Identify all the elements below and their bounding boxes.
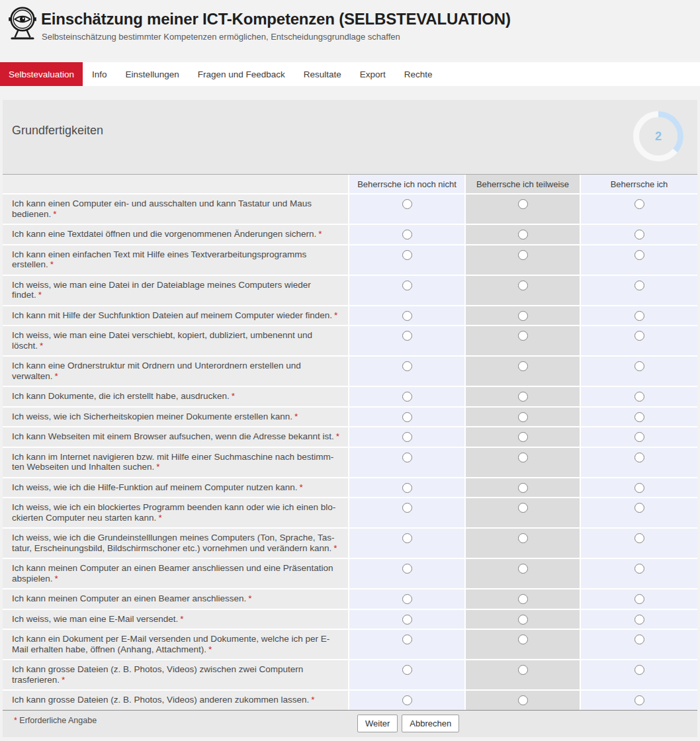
radio-option-2[interactable]	[518, 453, 528, 462]
radio-option-1[interactable]	[402, 453, 412, 462]
question-cell: Ich kann meinen Computer an einen Beamer…	[3, 589, 348, 609]
radio-option-1[interactable]	[402, 392, 412, 402]
radio-option-3[interactable]	[634, 361, 644, 371]
radio-option-3[interactable]	[634, 250, 644, 260]
tab-einstellungen[interactable]: Einstellungen	[116, 62, 189, 86]
answer-cell	[466, 306, 580, 326]
answer-cell	[466, 276, 580, 305]
tab-rechte[interactable]: Rechte	[395, 62, 442, 86]
radio-option-1[interactable]	[402, 412, 412, 422]
radio-option-2[interactable]	[518, 432, 528, 442]
radio-option-3[interactable]	[634, 432, 644, 442]
question-cell: Ich kann ein Dokument per E-Mail versend…	[3, 630, 348, 659]
radio-option-2[interactable]	[518, 615, 528, 625]
question-cell: Ich weiss, wie man eine Datei in der Dat…	[3, 276, 348, 305]
question-cell: Ich kann meinen Computer an einen Beamer…	[3, 559, 348, 588]
tab-info[interactable]: Info	[83, 62, 116, 86]
question-text: Ich weiss, wie man eine Datei verschiebt…	[12, 330, 312, 351]
tab-resultate[interactable]: Resultate	[294, 62, 351, 86]
radio-option-3[interactable]	[634, 594, 644, 604]
radio-option-1[interactable]	[402, 483, 412, 493]
progress-ring: 2	[631, 109, 686, 164]
radio-option-1[interactable]	[402, 634, 412, 644]
radio-option-2[interactable]	[518, 412, 528, 422]
radio-option-1[interactable]	[402, 615, 412, 625]
answer-cell	[466, 357, 580, 386]
question-text: Ich weiss, wie man eine E-Mail versendet…	[12, 614, 178, 624]
radio-option-3[interactable]	[634, 564, 644, 574]
radio-option-3[interactable]	[634, 634, 644, 644]
answer-cell	[349, 630, 464, 659]
radio-option-3[interactable]	[634, 615, 644, 625]
radio-option-3[interactable]	[634, 331, 644, 341]
radio-option-2[interactable]	[518, 392, 528, 402]
radio-option-3[interactable]	[634, 453, 644, 462]
answer-cell	[349, 427, 464, 447]
radio-option-2[interactable]	[518, 250, 528, 260]
answer-cell	[581, 326, 697, 355]
page-title: Einschätzung meiner ICT-Kompetenzen (SEL…	[41, 10, 511, 28]
radio-option-1[interactable]	[402, 331, 412, 341]
weiter-button[interactable]: Weiter	[357, 715, 398, 732]
radio-option-3[interactable]	[634, 695, 644, 705]
answer-cell	[466, 225, 580, 244]
radio-option-3[interactable]	[634, 483, 644, 493]
radio-option-3[interactable]	[634, 199, 644, 209]
radio-option-3[interactable]	[634, 503, 644, 513]
radio-option-3[interactable]	[634, 412, 644, 422]
answer-cell	[349, 408, 464, 427]
question-cell: Ich kann einen einfachen Text mit Hilfe …	[3, 245, 348, 275]
tab-export[interactable]: Export	[351, 62, 395, 86]
answer-cell	[349, 691, 464, 710]
question-cell: Ich kann grosse Dateien (z. B. Photos, V…	[3, 691, 348, 710]
radio-option-1[interactable]	[402, 250, 412, 260]
radio-option-2[interactable]	[518, 361, 528, 371]
radio-option-3[interactable]	[634, 665, 644, 675]
content-panel: Grundfertigkeiten 2 Beherrsche ich noch …	[3, 100, 697, 737]
radio-option-2[interactable]	[518, 594, 528, 604]
radio-option-2[interactable]	[518, 230, 528, 240]
required-asterisk: *	[318, 229, 322, 239]
required-asterisk: *	[55, 574, 58, 584]
radio-option-1[interactable]	[402, 503, 412, 513]
radio-option-1[interactable]	[402, 432, 412, 442]
radio-option-1[interactable]	[402, 230, 412, 240]
radio-option-2[interactable]	[518, 311, 528, 321]
answer-cell	[581, 448, 697, 477]
radio-option-3[interactable]	[634, 230, 644, 240]
question-text: Ich kann mit Hilfe der Suchfunktion Date…	[12, 310, 332, 320]
answer-cell	[466, 529, 580, 558]
answer-cell	[349, 529, 464, 558]
radio-option-2[interactable]	[518, 533, 528, 543]
answer-cell	[581, 408, 697, 427]
radio-option-1[interactable]	[402, 281, 412, 290]
radio-option-2[interactable]	[518, 199, 528, 209]
answer-cell	[581, 610, 697, 629]
radio-option-1[interactable]	[402, 564, 412, 574]
radio-option-3[interactable]	[634, 281, 644, 290]
radio-option-1[interactable]	[402, 361, 412, 371]
abbrechen-button[interactable]: Abbrechen	[402, 715, 459, 732]
radio-option-2[interactable]	[518, 564, 528, 574]
radio-option-2[interactable]	[518, 665, 528, 675]
question-text: Ich kann Webseiten mit einem Browser auf…	[12, 431, 334, 441]
radio-option-1[interactable]	[402, 199, 412, 209]
radio-option-2[interactable]	[518, 503, 528, 513]
radio-option-2[interactable]	[518, 695, 528, 705]
radio-option-1[interactable]	[402, 665, 412, 675]
radio-option-1[interactable]	[402, 594, 412, 604]
radio-option-2[interactable]	[518, 281, 528, 290]
tab-selbstevaluation[interactable]: Selbstevaluation	[0, 62, 83, 86]
radio-option-3[interactable]	[634, 392, 644, 402]
radio-option-3[interactable]	[634, 311, 644, 321]
radio-option-1[interactable]	[402, 311, 412, 321]
radio-option-3[interactable]	[634, 533, 644, 543]
radio-option-2[interactable]	[518, 634, 528, 644]
tab-fragen-und-feedback[interactable]: Fragen und Feedback	[189, 62, 294, 86]
required-asterisk: *	[248, 593, 251, 603]
radio-option-1[interactable]	[402, 533, 412, 543]
radio-option-2[interactable]	[518, 331, 528, 341]
required-asterisk: *	[14, 716, 17, 725]
radio-option-2[interactable]	[518, 483, 528, 493]
radio-option-1[interactable]	[402, 695, 412, 705]
